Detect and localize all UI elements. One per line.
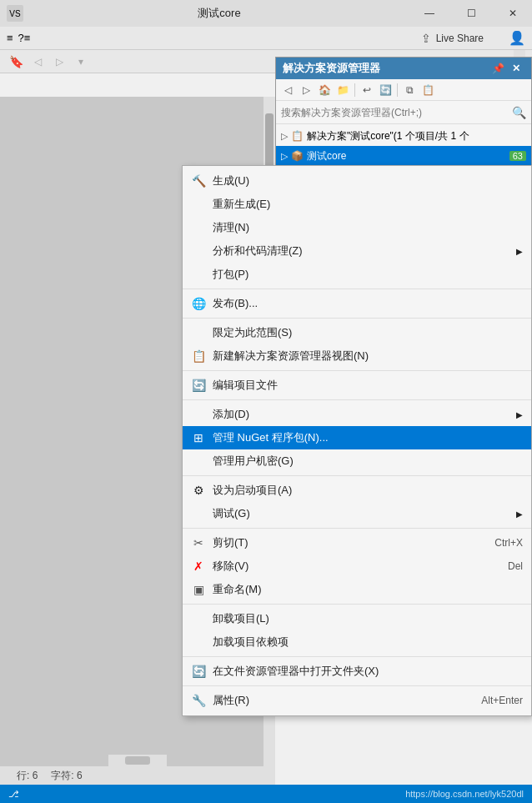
line-status-bar: 行: 6 字符: 6 [0,766,275,785]
sol-forward-btn[interactable]: ▷ [298,82,314,98]
new-view-icon: 📋 [191,349,206,363]
ctx-edit-proj[interactable]: 🔄 编辑项目文件 [183,374,531,397]
ctx-sep4 [183,399,531,400]
startup-icon: ⚙ [191,484,206,497]
sol-sync-btn[interactable]: 🔄 [377,82,394,98]
context-menu: 🔨 生成(U) 重新生成(E) 清理(N) 分析和代码清理(Z) ▶ 打包(P)… [182,165,532,716]
ctx-cut[interactable]: ✂ 剪切(T) Ctrl+X [183,531,531,555]
sol-back-btn[interactable]: ◁ [279,82,296,98]
sol-refresh-btn[interactable]: ↩ [359,82,375,98]
solution-search-icon[interactable]: 🔍 [512,106,526,119]
status-url: https://blog.csdn.net/lyk520dl [405,789,524,799]
ctx-sep1 [183,289,531,289]
h-scrollbar-thumb [125,756,150,765]
live-share-icon: ⇪ [421,32,431,45]
menu-icon[interactable]: ≡ [7,32,13,44]
ctx-sep3 [183,370,531,371]
more-btn[interactable]: ▾ [72,53,90,71]
cut-icon: ✂ [191,536,206,550]
project-badge: 63 [509,151,526,161]
forward-btn[interactable]: ▷ [50,53,68,71]
ctx-sep7 [183,604,531,605]
rename-icon: ▣ [191,583,206,596]
ctx-sep8 [183,656,531,657]
ctx-sep6 [183,528,531,529]
add-arrow: ▶ [516,410,523,419]
ctx-publish[interactable]: 🌐 发布(B)... [183,292,531,315]
sol-clipboard-btn[interactable]: 📋 [419,82,436,98]
title-bar: VS 测试core 3 — ☐ ✕ [0,0,532,27]
ctx-load-deps[interactable]: 加载项目依赖项 [183,630,531,654]
status-left: ⎇ [8,789,19,800]
ctx-rename[interactable]: ▣ 重命名(M) [183,578,531,601]
ctx-open-folder[interactable]: 🔄 在文件资源管理器中打开文件夹(X) [183,660,531,683]
ctx-scope[interactable]: 限定为此范围(S) [183,321,531,344]
properties-shortcut: Alt+Enter [481,695,523,706]
ctx-new-view[interactable]: 📋 新建解决方案资源管理器视图(N) [183,344,531,368]
ctx-sep9 [183,685,531,686]
solution-search-input[interactable] [281,107,512,118]
solution-panel-title: 解决方案资源管理器 [283,61,489,76]
panel-header-buttons: 📌 ✕ [489,60,524,77]
sol-separator1 [354,83,355,97]
char-info: 字符: 6 [51,769,82,783]
cut-shortcut: Ctrl+X [494,537,523,549]
line-info: 行: 6 [17,769,38,783]
window-controls: — ☐ ✕ [410,0,532,27]
solution-toolbar: ◁ ▷ 🏠 📁 ↩ 🔄 ⧉ 📋 [276,79,531,101]
ctx-clean[interactable]: 清理(N) [183,216,531,239]
ctx-manage-nuget[interactable]: ⊞ 管理 NuGet 程序包(N)... [183,426,531,449]
status-branch: ⎇ [8,789,19,800]
debug-arrow: ▶ [516,509,523,519]
sol-copy-btn[interactable]: ⧉ [401,82,418,98]
panel-pin-button[interactable]: 📌 [489,60,506,77]
sol-folder-btn[interactable]: 📁 [334,82,351,98]
close-button[interactable]: ✕ [494,0,532,27]
bookmark-btn[interactable]: 🔖 [7,53,25,71]
user-icon[interactable]: 👤 [509,30,525,46]
sol-home-btn[interactable]: 🏠 [316,82,333,98]
solution-search-bar: 🔍 [276,101,531,124]
ctx-set-startup[interactable]: ⚙ 设为启动项目(A) [183,479,531,502]
build-icon: 🔨 [191,174,206,188]
ctx-sep5 [183,475,531,476]
solution-explorer-panel: 解决方案资源管理器 📌 ✕ ◁ ▷ 🏠 📁 ↩ 🔄 ⧉ 📋 🔍 ▷ 📋 解决方案… [275,57,532,168]
analyze-arrow: ▶ [516,247,523,256]
remove-shortcut: Del [508,560,523,572]
publish-icon: 🌐 [191,297,206,310]
help-icon[interactable]: ?≡ [18,32,31,44]
panel-close-button[interactable]: ✕ [508,60,524,77]
window-title: 测试core [198,6,240,21]
tree-item-solution[interactable]: ▷ 📋 解决方案"测试core"(1 个项目/共 1 个 [276,126,531,146]
remove-icon: ✗ [191,560,206,573]
ctx-pack[interactable]: 打包(P) [183,263,531,286]
maximize-button[interactable]: ☐ [452,0,490,27]
ctx-manage-secrets[interactable]: 管理用户机密(G) [183,449,531,473]
ctx-rebuild[interactable]: 重新生成(E) [183,193,531,216]
toolbar-left: ≡ ?≡ [7,32,30,44]
back-btn[interactable]: ◁ [28,53,47,71]
folder-icon: 🔄 [191,665,206,678]
solution-tree: ▷ 📋 解决方案"测试core"(1 个项目/共 1 个 ▷ 📦 测试core … [276,124,531,168]
ctx-build[interactable]: 🔨 生成(U) [183,169,531,193]
edit-icon: 🔄 [191,379,206,392]
secondary-toolbar: ≡ ?≡ ⇪ Live Share 👤 [0,27,532,50]
live-share-label: Live Share [436,33,484,44]
nuget-icon: ⊞ [191,431,206,444]
sol-separator2 [397,83,398,97]
live-share-area[interactable]: ⇪ Live Share [421,32,484,45]
ctx-debug[interactable]: 调试(G) ▶ [183,502,531,525]
tree-item-project[interactable]: ▷ 📦 测试core 63 [276,146,531,166]
ctx-analyze[interactable]: 分析和代码清理(Z) ▶ [183,239,531,263]
ctx-add[interactable]: 添加(D) ▶ [183,403,531,426]
status-bar: ⎇ https://blog.csdn.net/lyk520dl [0,785,532,803]
properties-icon: 🔧 [191,694,206,707]
ctx-sep2 [183,318,531,319]
ctx-remove[interactable]: ✗ 移除(V) Del [183,555,531,578]
horizontal-scrollbar[interactable] [108,755,167,766]
ctx-unload[interactable]: 卸载项目(L) [183,607,531,630]
solution-panel-header: 解决方案资源管理器 📌 ✕ [276,58,531,79]
ctx-properties[interactable]: 🔧 属性(R) Alt+Enter [183,689,531,712]
minimize-button[interactable]: — [410,0,449,27]
app-icon: VS [7,5,23,22]
